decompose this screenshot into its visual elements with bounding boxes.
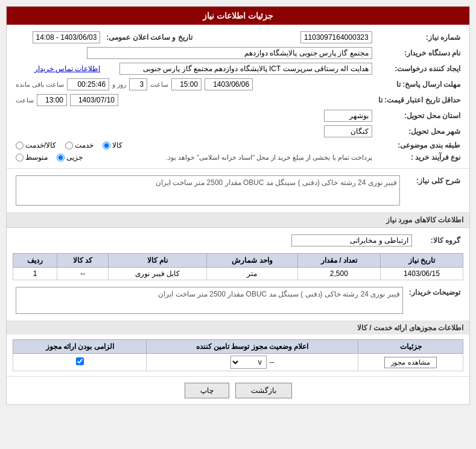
grohe-value: ارتباطی و مخابراتی [291, 234, 412, 246]
tozihat-row: توضیحات خریدار: فیبر نوری 24 رشته خاکی (… [13, 285, 463, 316]
grohe-table: گروه کالا: ارتباطی و مخابراتی [13, 233, 463, 248]
radio-kala-khadamat[interactable] [16, 142, 24, 149]
sharh-row: شرح کلی نیاز: فیبر نوری 24 رشته خاکی (دف… [13, 174, 463, 207]
cell-tarikh: 1403/06/15 [380, 268, 463, 280]
namdastgah-value-cell: مجتمع گاز پارس جنوبی پالایشگاه دوازدهم [13, 45, 375, 61]
mohlat-days-label: روز و [112, 81, 126, 89]
radio-joozi-item: جزیی [57, 153, 83, 162]
col-namkala: نام کالا [109, 254, 207, 268]
sharh-section: شرح کلی نیاز: فیبر نوری 24 رشته خاکی (دف… [7, 169, 469, 213]
row-shahr: شهر محل تحویل: کنگان [13, 124, 463, 139]
jadaval-time: 13:00 [37, 94, 67, 106]
radio-khadamat-label: خدمت [75, 141, 94, 149]
radio-kala-khadamat-item: کالا/خدمت [16, 141, 56, 149]
ostan-label: استان محل تحویل: [375, 108, 463, 124]
top-form-section: شماره نیاز: 1103097164000323 تاریخ و ساع… [7, 25, 469, 169]
shahr-value-cell: کنگان [13, 124, 375, 139]
row-tabaghe: طبقه بندی موضوعی: کالا/خدمت خدمت کالا [13, 139, 463, 151]
radio-joozi-label: جزیی [66, 153, 83, 162]
shomare-label: شماره نیاز: [375, 30, 463, 45]
mohlat-days: 3 [129, 78, 147, 90]
grohe-row: گروه کالا: ارتباطی و مخابراتی [13, 233, 463, 248]
tarikh-value: 1403/06/03 - 14:08 [33, 31, 101, 43]
sharh-table: شرح کلی نیاز: فیبر نوری 24 رشته خاکی (دف… [13, 174, 463, 207]
radio-kala-khadamat-label: کالا/خدمت [25, 141, 56, 149]
sharh-value: فیبر نوری 24 رشته خاکی (دفنی ) سینگل مد … [16, 175, 400, 206]
saaat-label2: ساعت [16, 96, 34, 104]
radio-kala[interactable] [103, 142, 110, 149]
table-row: 1403/06/15 2,500 متر کابل فیبر نوری -- 1 [13, 268, 463, 280]
mohlat-sec-label: ساعت باقی مانده [16, 81, 64, 89]
majvoz-header-row: جزئیات اعلام وضعیت مجوز توسط تامین کننده… [13, 340, 463, 354]
majvoz-table: جزئیات اعلام وضعیت مجوز توسط تامین کننده… [13, 339, 463, 371]
tarikh-value-cell: 1403/06/03 - 14:08 [13, 30, 103, 45]
ijad-value: هدایت اله رستاقی سرپرست ICT پالایشگاه دو… [119, 63, 372, 75]
jadaval-value-cell: ساعت 13:00 1403/07/10 [13, 92, 375, 108]
col-joziat: جزئیات [358, 340, 463, 354]
tozihat-label: توضیحات خریدار: [406, 285, 463, 316]
tamas-kharida-link[interactable]: اطلاعات تماس خریدار [34, 64, 101, 73]
col-radif: ردیف [13, 254, 57, 268]
shahr-label: شهر محل تحویل: [375, 124, 463, 139]
sharh-value-cell: فیبر نوری 24 رشته خاکی (دفنی ) سینگل مد … [13, 174, 403, 207]
aalam-select[interactable]: v [230, 356, 267, 369]
elzam-checkbox[interactable] [76, 357, 84, 365]
tabaghe-label: طبقه بندی موضوعی: [375, 139, 463, 151]
jadaval-label: حداقل تاریخ اعتبار قیمت: تا [375, 92, 463, 108]
majvoz-table-body: مشاهده مجوز -- v [13, 354, 463, 371]
cell-view: مشاهده مجوز [358, 354, 463, 371]
radio-motevaset-item: متوسط [16, 153, 48, 162]
info-kala-title: اطلاعات کالاهای مورد نیاز [7, 213, 469, 228]
back-button[interactable]: بازگشت [235, 383, 292, 398]
tabaghe-radio-group: کالا/خدمت خدمت کالا [16, 141, 372, 149]
page-header: جزئیات اطلاعات نیاز [7, 7, 469, 25]
tabaghe-radios: کالا/خدمت خدمت کالا [13, 139, 375, 151]
farayand-cell: متوسط جزیی پرداخت تمام با بخشی از مبلغ خ… [13, 151, 375, 163]
radio-joozi[interactable] [57, 154, 65, 162]
radio-motevaset[interactable] [16, 154, 24, 162]
kala-table: تاریخ نیاز تعداد / مقدار واحد شمارش نام … [13, 253, 463, 280]
farayand-label: نوع فرآیند خرید : [375, 151, 463, 163]
jadaval-date: 1403/07/10 [70, 94, 118, 106]
sharh-label: شرح کلی نیاز: [403, 174, 463, 207]
majvoz-section: جزئیات اعلام وضعیت مجوز توسط تامین کننده… [7, 334, 469, 377]
kala-table-body: 1403/06/15 2,500 متر کابل فیبر نوری -- 1 [13, 268, 463, 280]
tozihat-value-cell: فیبر نوری 24 رشته خاکی (دفنی ) سینگل مد … [13, 285, 406, 316]
mohlat-inline: ساعت باقی مانده 00:25:46 روز و 3 ساعت 15… [16, 78, 372, 90]
ijad-label: ایجاد کننده درخواست: [375, 61, 463, 77]
namdastgah-label: نام دستگاه خریدار: [375, 45, 463, 61]
radio-kala-item: کالا [103, 141, 122, 149]
col-tedad: تعداد / مقدار [297, 254, 380, 268]
col-aalam: اعلام وضعیت مجوز توسط تامین کننده [147, 340, 358, 354]
radio-kala-label: کالا [112, 141, 122, 149]
farayand-row: متوسط جزیی پرداخت تمام با بخشی از مبلغ خ… [16, 153, 372, 162]
row-namdastgah: نام دستگاه خریدار: مجتمع گاز پارس جنوبی … [13, 45, 463, 61]
row-shomare: شماره نیاز: 1103097164000323 تاریخ و ساع… [13, 30, 463, 45]
row-farayand: نوع فرآیند خرید : متوسط جزیی [13, 151, 463, 163]
ostan-value: بوشهر [324, 110, 372, 122]
row-ostan: استان محل تحویل: بوشهر [13, 108, 463, 124]
cell-radif: 1 [13, 268, 57, 280]
form-table: شماره نیاز: 1103097164000323 تاریخ و ساع… [13, 30, 463, 163]
tarikh-label: تاریخ و ساعت اعلان عمومی: [103, 30, 195, 45]
majvoz-row: مشاهده مجوز -- v [13, 354, 463, 371]
radio-khadamat-item: خدمت [65, 141, 94, 149]
kala-section: گروه کالا: ارتباطی و مخابراتی تاریخ نیاز… [7, 228, 469, 321]
row-jadaval: حداقل تاریخ اعتبار قیمت: تا ساعت 13:00 1… [13, 92, 463, 108]
ijad-value-cell: هدایت اله رستاقی سرپرست ICT پالایشگاه دو… [103, 61, 375, 77]
view-majvoz-button[interactable]: مشاهده مجوز [384, 357, 436, 368]
kala-table-header-row: تاریخ نیاز تعداد / مقدار واحد شمارش نام … [13, 254, 463, 268]
aalam-cell-content: -- v [150, 356, 354, 369]
radio-khadamat[interactable] [65, 142, 73, 149]
print-button[interactable]: چاپ [185, 383, 229, 398]
row-mohlat: مهلت ارسال پاسخ: تا ساعت باقی مانده 00:2… [13, 77, 463, 92]
cell-vahad: متر [207, 268, 298, 280]
grohe-label: گروه کالا: [415, 233, 463, 248]
main-container: جزئیات اطلاعات نیاز شماره نیاز: 11030971… [6, 6, 470, 405]
page-title: جزئیات اطلاعات نیاز [203, 11, 273, 20]
cell-elzam [13, 354, 147, 371]
grohe-value-cell: ارتباطی و مخابراتی [13, 233, 415, 248]
saaat-label: ساعت [150, 81, 168, 89]
mohlat-label: مهلت ارسال پاسخ: تا [375, 77, 463, 92]
mohlat-time: 15:00 [171, 78, 202, 90]
